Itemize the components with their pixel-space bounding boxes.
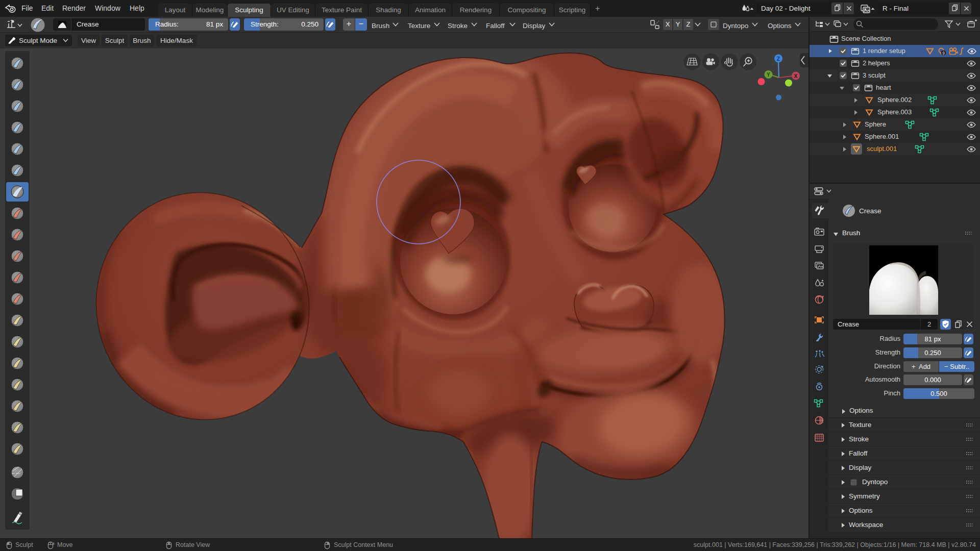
svg-text:9: 9 — [942, 51, 945, 56]
svg-text:X: X — [794, 73, 797, 79]
svg-text:Y: Y — [767, 71, 770, 78]
svg-text:Z: Z — [777, 56, 780, 62]
